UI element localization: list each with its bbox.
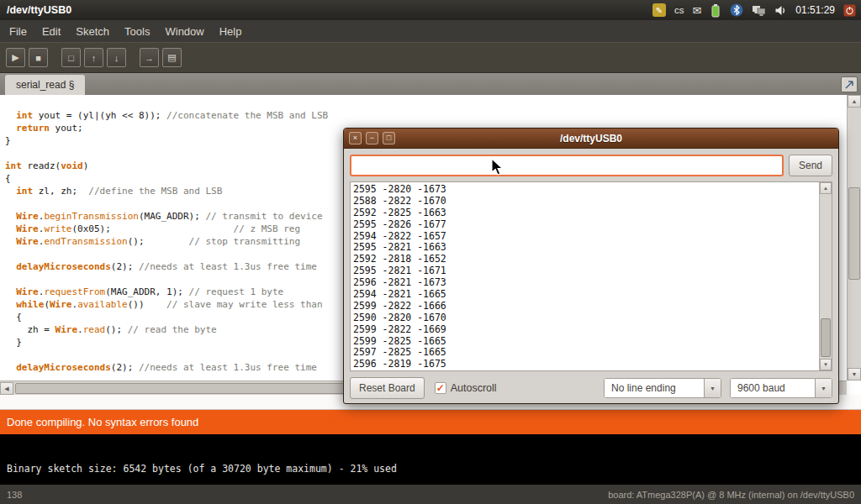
console-message: Binary sketch size: 6542 bytes (of a 307… [0, 434, 861, 475]
serial-line: 2595 -2826 -1677 [353, 219, 816, 231]
system-tray: ✎ cs ✉ 01:51:29 [652, 3, 856, 18]
serial-line: 2596 -2819 -1675 [353, 359, 816, 370]
autoscroll-checkbox[interactable]: ✓ [435, 382, 446, 394]
serial-monitor-body: Send 2595 -2820 -16732588 -2822 -1670259… [344, 149, 838, 405]
serial-line: 2599 -2822 -1666 [353, 301, 816, 312]
tab-serial-read[interactable]: serial_read § [5, 75, 85, 95]
serial-line: 2599 -2822 -1669 [353, 324, 816, 336]
open-icon: ↑ [92, 53, 97, 63]
serial-monitor-button[interactable]: ▤ [162, 48, 182, 67]
tab-bar: serial_read § [0, 72, 861, 95]
baud-rate-select[interactable]: 9600 baud ▼ [730, 378, 832, 398]
serial-line: 2596 -2821 -1673 [353, 277, 816, 289]
serial-output-text: 2595 -2820 -16732588 -2822 -16702592 -28… [351, 182, 832, 370]
console-output: Binary sketch size: 6542 bytes (of a 307… [0, 434, 861, 485]
stop-button[interactable]: ■ [29, 48, 48, 67]
toolbar: ▶■□↑↓→▤ [0, 42, 861, 72]
autoscroll-label: Autoscroll [451, 382, 497, 394]
edit-note-icon[interactable]: ✎ [652, 3, 666, 17]
board-info: board: ATmega328P(A) @ 8 MHz (internal) … [608, 490, 854, 500]
menu-item-sketch[interactable]: Sketch [68, 22, 117, 41]
battery-icon[interactable] [710, 3, 721, 18]
maximize-icon: □ [387, 134, 391, 142]
editor-vertical-scrollbar[interactable]: ▲ ▼ [847, 95, 861, 381]
scroll-up-icon[interactable]: ▲ [820, 182, 832, 194]
network-icon[interactable] [752, 3, 766, 18]
send-button[interactable]: Send [789, 155, 832, 176]
new-sketch-icon: □ [68, 53, 74, 63]
vertical-scroll-thumb[interactable] [848, 187, 860, 280]
chevron-down-icon[interactable]: ▼ [704, 379, 721, 397]
serial-output-scrollbar[interactable]: ▲ ▼ [819, 182, 832, 370]
close-icon: × [353, 134, 357, 142]
serial-monitor-title: /dev/ttyUSB0 [344, 133, 838, 144]
reset-board-button[interactable]: Reset Board [350, 377, 425, 399]
serial-line: 2590 -2820 -1670 [353, 312, 816, 324]
chevron-down-icon[interactable]: ▼ [815, 379, 832, 397]
serial-line: 2595 -2820 -1673 [353, 184, 816, 196]
scroll-thumb[interactable] [821, 318, 831, 357]
menu-bar: FileEditSketchToolsWindowHelp [0, 20, 861, 42]
menu-item-window[interactable]: Window [157, 22, 211, 41]
menu-item-tools[interactable]: Tools [117, 22, 157, 41]
line-ending-value: No line ending [605, 379, 704, 397]
stop-icon: ■ [35, 53, 41, 63]
compile-status-bar: Done compiling. No syntax errors found [0, 410, 861, 434]
baud-rate-value: 9600 baud [731, 379, 815, 397]
line-ending-select[interactable]: No line ending ▼ [604, 378, 721, 398]
check-icon: ✓ [436, 383, 445, 393]
new-sketch-button[interactable]: □ [61, 48, 81, 67]
serial-line: 2595 -2821 -1671 [353, 265, 816, 277]
scroll-up-icon[interactable]: ▲ [848, 95, 861, 108]
mail-icon[interactable]: ✉ [692, 3, 701, 18]
minimize-button[interactable]: − [366, 132, 378, 144]
save-button[interactable]: ↓ [107, 48, 126, 67]
volume-icon[interactable] [774, 3, 787, 18]
menu-item-file[interactable]: File [2, 22, 34, 41]
serial-line: 2595 -2821 -1663 [353, 242, 816, 254]
clock[interactable]: 01:51:29 [795, 3, 835, 18]
serial-line: 2594 -2821 -1665 [353, 289, 816, 301]
scroll-down-icon[interactable]: ▼ [848, 368, 861, 381]
serial-monitor-titlebar[interactable]: × − □ /dev/ttyUSB0 [344, 129, 838, 149]
compile-status-message: Done compiling. No syntax errors found [7, 416, 198, 428]
upload-icon: → [145, 53, 154, 63]
bluetooth-icon[interactable] [730, 3, 743, 18]
serial-line: 2592 -2825 -1663 [353, 207, 816, 219]
maximize-button[interactable]: □ [383, 132, 395, 144]
cursor-line-number: 138 [7, 490, 22, 500]
serial-output-area[interactable]: 2595 -2820 -16732588 -2822 -16702592 -28… [350, 181, 832, 371]
horizontal-scroll-thumb[interactable] [15, 383, 377, 394]
code-line: int yout = (yl|(yh << 8)); //concatenate… [5, 109, 861, 122]
serial-send-input[interactable] [350, 155, 784, 176]
window-title: /dev/ttyUSB0 [7, 4, 71, 16]
menu-item-edit[interactable]: Edit [34, 22, 68, 41]
keyboard-layout-indicator[interactable]: cs [674, 3, 684, 18]
window-controls: × − □ [349, 132, 395, 144]
serial-line: 2592 -2818 -1652 [353, 254, 816, 265]
autoscroll-control[interactable]: ✓ Autoscroll [435, 382, 497, 394]
serial-line: 2588 -2822 -1670 [353, 196, 816, 207]
serial-monitor-window: × − □ /dev/ttyUSB0 Send 2595 -2820 -1673… [343, 128, 839, 404]
open-button[interactable]: ↑ [84, 48, 103, 67]
minimize-icon: − [370, 134, 374, 142]
footer-status-strip: 138 board: ATmega328P(A) @ 8 MHz (intern… [0, 485, 861, 504]
tab-menu-icon [845, 77, 853, 92]
close-button[interactable]: × [349, 132, 362, 144]
upload-button[interactable]: → [140, 48, 159, 67]
power-icon[interactable] [843, 3, 856, 18]
serial-line: 2599 -2825 -1665 [353, 336, 816, 348]
menu-item-help[interactable]: Help [212, 22, 250, 41]
tab-menu-button[interactable] [841, 76, 858, 92]
verify-icon: ▶ [12, 52, 18, 63]
save-icon: ↓ [114, 53, 119, 63]
verify-button[interactable]: ▶ [6, 48, 25, 67]
scroll-down-icon[interactable]: ▼ [820, 359, 832, 370]
serial-line: 2597 -2825 -1665 [353, 347, 816, 359]
scroll-left-icon[interactable]: ◀ [0, 382, 13, 395]
serial-line: 2594 -2822 -1657 [353, 231, 816, 243]
top-panel: /dev/ttyUSB0 ✎ cs ✉ 01:51:29 [0, 0, 861, 20]
serial-monitor-icon: ▤ [167, 52, 176, 63]
